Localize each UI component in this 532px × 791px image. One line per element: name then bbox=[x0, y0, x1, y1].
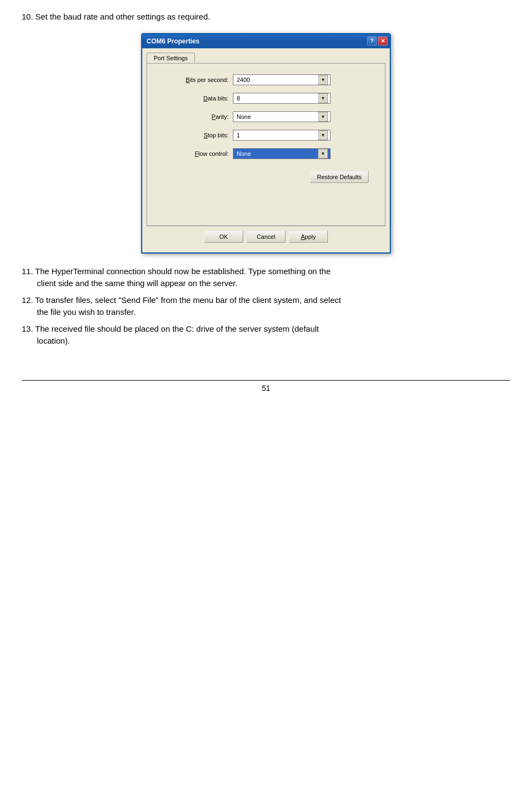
dropdown-parity-value: None bbox=[236, 113, 318, 120]
step-10-intro: 10. Set the baud rate and other settings… bbox=[22, 11, 510, 23]
step-12-number: 12. bbox=[22, 295, 33, 305]
control-stop-bits: 1 ▼ bbox=[233, 130, 331, 141]
page-content: 10. Set the baud rate and other settings… bbox=[22, 11, 510, 393]
com6-properties-dialog: COM6 Properties ? ✕ Port Settings B bbox=[141, 33, 391, 254]
screenshot-container: COM6 Properties ? ✕ Port Settings B bbox=[22, 33, 510, 254]
step-10-text: Set the baud rate and other settings as … bbox=[35, 12, 210, 21]
cancel-button[interactable]: Cancel bbox=[246, 231, 286, 243]
step-13-continuation: location). bbox=[37, 335, 510, 347]
form-row-stop-bits: Stop bits: 1 ▼ bbox=[163, 130, 369, 141]
restore-defaults-button[interactable]: Restore Defaults bbox=[310, 171, 369, 183]
tab-port-settings[interactable]: Port Settings bbox=[147, 53, 195, 63]
dropdown-parity-arrow[interactable]: ▼ bbox=[318, 112, 328, 122]
dialog-help-button[interactable]: ? bbox=[367, 36, 377, 46]
label-parity: Parity: bbox=[163, 113, 229, 120]
dropdown-data-arrow[interactable]: ▼ bbox=[318, 93, 328, 103]
dropdown-parity[interactable]: None ▼ bbox=[233, 111, 331, 122]
page-number: 51 bbox=[262, 384, 270, 393]
label-bits-per-second: Bits per second: bbox=[163, 77, 229, 83]
dropdown-bits-per-second[interactable]: 2400 ▼ bbox=[233, 74, 331, 85]
form-row-parity: Parity: None ▼ bbox=[163, 111, 369, 122]
label-stop-bits: Stop bits: bbox=[163, 132, 229, 138]
dropdown-flow-value: None bbox=[236, 150, 318, 157]
dropdown-flow-control[interactable]: None ▼ bbox=[233, 148, 331, 159]
step-11: 11. The HyperTerminal connection should … bbox=[22, 265, 510, 290]
form-row-bits-per-second: Bits per second: 2400 ▼ bbox=[163, 74, 369, 85]
label-flow-control: Flow control: bbox=[163, 150, 229, 157]
control-bits-per-second: 2400 ▼ bbox=[233, 74, 331, 85]
dropdown-bits-arrow[interactable]: ▼ bbox=[318, 75, 328, 85]
tab-content: Bits per second: 2400 ▼ Data bits: bbox=[147, 63, 385, 226]
dropdown-stop-value: 1 bbox=[236, 132, 318, 138]
step-12-continuation: the file you wish to transfer. bbox=[37, 306, 510, 319]
dropdown-data-value: 8 bbox=[236, 95, 318, 102]
step-12: 12. To transfer files, select "Send File… bbox=[22, 294, 510, 319]
control-parity: None ▼ bbox=[233, 111, 331, 122]
dropdown-stop-bits[interactable]: 1 ▼ bbox=[233, 130, 331, 141]
dialog-titlebar: COM6 Properties ? ✕ bbox=[142, 34, 390, 48]
step-11-number: 11. bbox=[22, 267, 33, 276]
dropdown-data-bits[interactable]: 8 ▼ bbox=[233, 93, 331, 104]
dialog-title: COM6 Properties bbox=[147, 37, 199, 45]
step-11-continuation: client side and the same thing will appe… bbox=[37, 277, 510, 290]
form-row-data-bits: Data bits: 8 ▼ bbox=[163, 93, 369, 104]
apply-button[interactable]: Apply bbox=[289, 231, 328, 243]
dropdown-bits-value: 2400 bbox=[236, 77, 318, 83]
label-data-bits: Data bits: bbox=[163, 95, 229, 102]
ok-button[interactable]: OK bbox=[204, 231, 243, 243]
step-13: 13. The received file should be placed o… bbox=[22, 323, 510, 347]
dialog-title-buttons: ? ✕ bbox=[367, 36, 388, 46]
dropdown-flow-arrow[interactable]: ▼ bbox=[318, 149, 328, 159]
restore-defaults-row: Restore Defaults bbox=[163, 167, 369, 185]
page-footer: 51 bbox=[22, 380, 510, 393]
dropdown-stop-arrow[interactable]: ▼ bbox=[318, 130, 328, 140]
form-row-flow-control: Flow control: None ▼ bbox=[163, 148, 369, 159]
step-10-number: 10. bbox=[22, 12, 33, 21]
dialog-close-button[interactable]: ✕ bbox=[378, 36, 388, 46]
tab-bar: Port Settings bbox=[147, 53, 385, 63]
dialog-body: Port Settings Bits per second: 2400 ▼ bbox=[142, 48, 390, 252]
control-flow-control: None ▼ bbox=[233, 148, 331, 159]
steps-after: 11. The HyperTerminal connection should … bbox=[22, 265, 510, 347]
step-13-number: 13. bbox=[22, 324, 33, 333]
control-data-bits: 8 ▼ bbox=[233, 93, 331, 104]
dialog-footer: OK Cancel Apply bbox=[147, 226, 385, 248]
